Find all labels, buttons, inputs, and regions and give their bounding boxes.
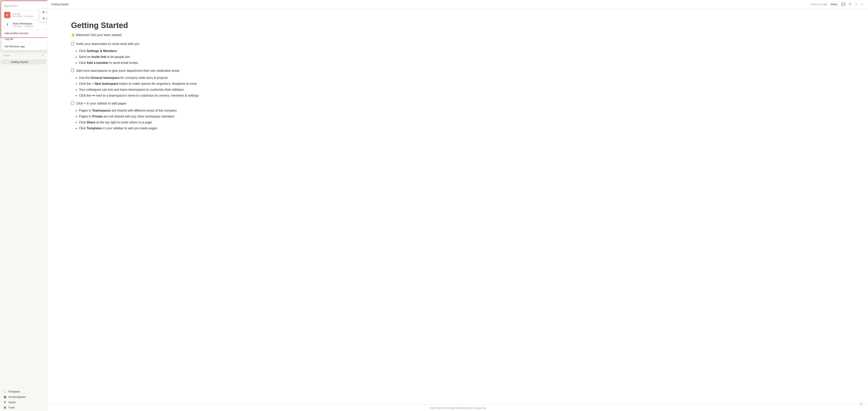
join-create-workspace-button[interactable]: ⊕ Join or create workspace xyxy=(40,9,48,15)
workspace-t-icon: T xyxy=(4,22,10,28)
bullet-3-4: Click Templates in your sidebar to add p… xyxy=(79,126,844,131)
divider xyxy=(2,42,48,43)
sidebar-item-trash[interactable]: 🗑 Trash xyxy=(1,405,46,410)
bullet-1-2: Send an Invite link to let people join xyxy=(79,55,844,59)
bullet-2-4: Click the ••• next to a teamspace's name… xyxy=(79,93,844,98)
add-account-button[interactable]: Add another account xyxy=(2,30,48,36)
import-icon: ⬇ xyxy=(3,401,7,404)
checklist-text-3: Click + in your sidebar to add pages xyxy=(76,101,126,106)
help-button[interactable]: ? xyxy=(859,402,864,407)
topbar-actions: Edited 21m ago Share 💬 ⏱ ☆ ··· xyxy=(811,2,864,7)
checklist-text-2: Add more teamspaces to give each departm… xyxy=(76,68,180,73)
checklist-item-1: Invite your teammates to come work with … xyxy=(71,42,844,46)
sidebar-bottom-nav: ⬚ Templates ▦ All teamspaces ⬇ Import 🗑 … xyxy=(0,388,47,411)
get-windows-app-button[interactable]: Get Windows app xyxy=(2,43,48,49)
logout-button[interactable]: Log out xyxy=(2,36,48,42)
workspace-t-name: Team Workspace xyxy=(12,22,48,25)
main-content: Getting Started Edited 21m ago Share 💬 ⏱… xyxy=(48,0,868,411)
bullet-list-2: Use the General teamspace for company-wi… xyxy=(79,75,844,98)
breadcrumb: Getting Started xyxy=(51,3,809,6)
checkbox-2[interactable] xyxy=(71,69,74,72)
bullet-1-3: Click Add a member to send email invites xyxy=(79,61,844,65)
chevron-icon: › xyxy=(3,61,4,63)
workspace-t-info: Team Workspace Free Plan · 1 member xyxy=(12,22,48,27)
status-text: Click Share at the right to invite other… xyxy=(429,407,486,409)
teamspaces-all-icon: ▦ xyxy=(3,395,7,399)
add-circle-icon: ⊕ xyxy=(42,10,45,13)
private-section-label: Private + xyxy=(0,52,47,58)
status-bar: Click Share at the right to invite other… xyxy=(48,405,868,411)
history-button[interactable]: ⏱ xyxy=(848,2,852,7)
sidebar-item-templates[interactable]: ⬚ Templates xyxy=(1,389,46,394)
logout-circle-icon: ⊗ xyxy=(42,17,45,20)
bullet-2-2: Click the + New teamspace button to make… xyxy=(79,81,844,86)
bullet-2-3: Your colleagues can join and leave teams… xyxy=(79,87,844,92)
page-title: Getting Started xyxy=(71,21,844,30)
sidebar-item-getting-started[interactable]: › 📄 Getting Started xyxy=(1,59,46,64)
templates-icon: ⬚ xyxy=(3,390,7,393)
edited-status: Edited 21m ago xyxy=(811,3,827,6)
checklist-item-2: Add more teamspaces to give each departm… xyxy=(71,68,844,73)
bullet-1-1: Click Settings & Members xyxy=(79,49,844,54)
page-content: Getting Started 👋 Welcome! Get your team… xyxy=(48,9,868,405)
bullet-3-2: Pages in Private are not shared with any… xyxy=(79,114,844,119)
more-options-button[interactable]: ··· xyxy=(860,2,864,7)
trash-icon: 🗑 xyxy=(3,406,7,409)
comments-button[interactable]: 💬 xyxy=(841,2,846,7)
bullet-list-1: Click Settings & Members Send an Invite … xyxy=(79,49,844,65)
page-icon: 📄 xyxy=(6,60,9,64)
checkbox-1[interactable] xyxy=(71,42,74,45)
bullet-2-1: Use the General teamspace for company-wi… xyxy=(79,75,844,80)
account-email: @gmail.com xyxy=(4,4,48,7)
account-actions: Add another account Log out Get Windows … xyxy=(2,30,48,50)
sub-popup[interactable]: ⊕ Join or create workspace ⊗ Log out xyxy=(39,9,48,22)
page-subtitle: 👋 Welcome! Get your team started: xyxy=(71,33,844,37)
workspace-c-icon: C xyxy=(4,12,10,18)
sidebar-item-all-teamspaces[interactable]: ▦ All teamspaces xyxy=(1,394,46,399)
topbar: Getting Started Edited 21m ago Share 💬 ⏱… xyxy=(48,0,868,9)
sub-logout-button[interactable]: ⊗ Log out xyxy=(40,15,48,22)
bullet-list-3: Pages in Teamspaces are shared with diff… xyxy=(79,108,844,131)
join-create-label: Join or create workspace xyxy=(46,11,48,13)
bullet-3-3: Click Share at the top right to invite o… xyxy=(79,120,844,125)
bullet-3-1: Pages in Teamspaces are shared with diff… xyxy=(79,108,844,113)
sidebar-item-import[interactable]: ⬇ Import xyxy=(1,400,46,405)
sidebar: T Team Workspace ≪ 🔍 Search ⌂ Home 📥 Inb… xyxy=(0,0,48,411)
private-pages-list: › 📄 Getting Started xyxy=(0,58,47,65)
checklist-text-1: Invite your teammates to come work with … xyxy=(76,42,139,46)
checklist-item-3: Click + in your sidebar to add pages xyxy=(71,101,844,106)
workspace-t-plan: Free Plan · 1 member xyxy=(12,25,48,27)
favorite-button[interactable]: ☆ xyxy=(854,2,858,7)
share-button[interactable]: Share xyxy=(829,2,839,6)
checkbox-3[interactable] xyxy=(71,102,74,105)
sub-logout-label: Log out xyxy=(46,17,48,20)
add-private-page-button[interactable]: + xyxy=(41,54,44,58)
